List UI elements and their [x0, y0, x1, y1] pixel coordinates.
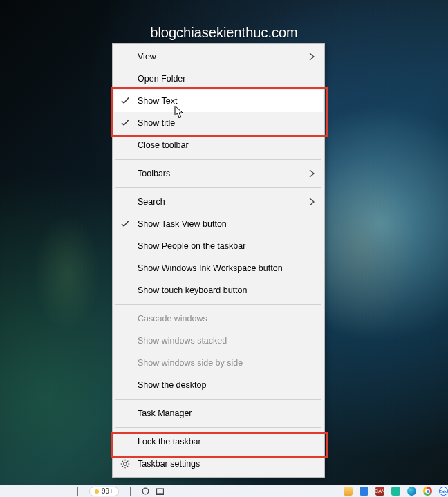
- menu-label: Close toolbar: [138, 140, 189, 150]
- menu-item-show-ink[interactable]: Show Windows Ink Workspace button: [114, 257, 323, 279]
- menu-label: Show touch keyboard button: [138, 285, 247, 295]
- menu-label: View: [138, 52, 156, 62]
- menu-item-taskbar-settings[interactable]: Taskbar settings: [114, 453, 323, 475]
- menu-item-view[interactable]: View: [114, 46, 323, 68]
- menu-separator: [115, 187, 321, 188]
- svg-line-7: [127, 461, 128, 462]
- taskbar-task-view-icon[interactable]: [156, 487, 164, 495]
- menu-label: Cascade windows: [138, 314, 207, 323]
- taskbar-context-menu: View Open Folder Show Text Show title Cl…: [112, 43, 325, 478]
- menu-item-show-task-view[interactable]: Show Task View button: [114, 213, 323, 235]
- taskbar-zalo-icon[interactable]: Zalo: [439, 487, 448, 496]
- menu-item-show-stacked: Show windows stacked: [114, 330, 323, 352]
- taskbar[interactable]: 99+ CAN Zalo: [0, 485, 448, 497]
- menu-label: Show Text: [138, 96, 177, 106]
- menu-label: Task Manager: [138, 409, 192, 418]
- menu-item-open-folder[interactable]: Open Folder: [114, 68, 323, 90]
- menu-item-show-text[interactable]: Show Text: [114, 90, 323, 112]
- menu-item-lock-taskbar[interactable]: Lock the taskbar: [114, 431, 323, 453]
- menu-separator: [115, 304, 321, 305]
- menu-item-side-by-side: Show windows side by side: [114, 352, 323, 374]
- menu-label: Taskbar settings: [138, 459, 200, 469]
- taskbar-edge-icon[interactable]: [407, 487, 416, 496]
- menu-item-toolbars[interactable]: Toolbars: [114, 162, 323, 185]
- menu-label: Open Folder: [138, 74, 185, 84]
- menu-label: Toolbars: [138, 169, 170, 178]
- taskbar-app-icon[interactable]: [391, 487, 400, 496]
- menu-label: Show windows side by side: [138, 358, 243, 368]
- check-icon: [121, 119, 129, 127]
- taskbar-app-icon[interactable]: [360, 487, 368, 496]
- menu-item-show-title[interactable]: Show title: [114, 112, 323, 134]
- weather-badge-text: 99+: [102, 487, 113, 495]
- taskbar-app-icon[interactable]: CAN: [375, 487, 384, 496]
- svg-rect-10: [156, 489, 163, 494]
- menu-label: Lock the taskbar: [138, 437, 201, 447]
- menu-separator: [115, 399, 321, 400]
- taskbar-chrome-icon[interactable]: [423, 487, 432, 496]
- menu-item-task-manager[interactable]: Task Manager: [114, 402, 323, 424]
- watermark-text: blogchiasekienthuc.com: [0, 25, 448, 41]
- svg-point-9: [142, 488, 149, 494]
- check-icon: [121, 220, 129, 228]
- svg-point-0: [124, 462, 127, 465]
- taskbar-divider: [130, 487, 131, 496]
- chevron-right-icon: [309, 170, 315, 177]
- taskbar-cortana-icon[interactable]: [142, 487, 149, 495]
- svg-line-8: [122, 466, 123, 467]
- taskbar-divider: [77, 487, 78, 496]
- menu-separator: [115, 159, 321, 160]
- menu-label: Show People on the taskbar: [138, 241, 245, 251]
- cursor-pointer-icon: [174, 105, 185, 120]
- chevron-right-icon: [309, 198, 315, 205]
- menu-item-show-people[interactable]: Show People on the taskbar: [114, 235, 323, 257]
- menu-separator: [115, 427, 321, 428]
- svg-line-5: [122, 461, 123, 462]
- menu-label: Show Windows Ink Workspace button: [138, 263, 283, 273]
- menu-label: Show title: [138, 118, 175, 128]
- menu-label: Show windows stacked: [138, 336, 227, 346]
- svg-line-6: [127, 466, 128, 467]
- menu-item-cascade-windows: Cascade windows: [114, 308, 323, 330]
- gear-icon: [120, 459, 130, 469]
- menu-item-show-desktop[interactable]: Show the desktop: [114, 374, 323, 396]
- taskbar-weather-pill[interactable]: 99+: [89, 487, 119, 496]
- menu-item-search[interactable]: Search: [114, 191, 323, 213]
- taskbar-app-icon[interactable]: [344, 487, 353, 496]
- menu-label: Show Task View button: [138, 219, 227, 229]
- chevron-right-icon: [309, 53, 315, 60]
- check-icon: [121, 97, 129, 105]
- menu-label: Search: [138, 197, 165, 207]
- menu-item-close-toolbar[interactable]: Close toolbar: [114, 134, 323, 156]
- menu-label: Show the desktop: [138, 380, 206, 390]
- menu-item-show-touch-kb[interactable]: Show touch keyboard button: [114, 279, 323, 301]
- sun-icon: [95, 489, 99, 494]
